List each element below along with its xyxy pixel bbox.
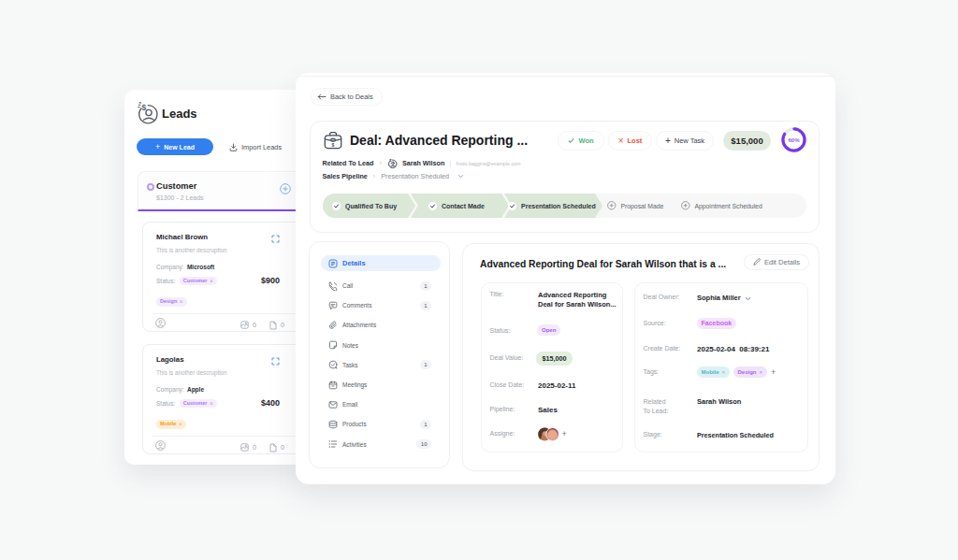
svg-text:60%: 60%	[789, 136, 801, 142]
svg-text:$: $	[332, 142, 335, 148]
